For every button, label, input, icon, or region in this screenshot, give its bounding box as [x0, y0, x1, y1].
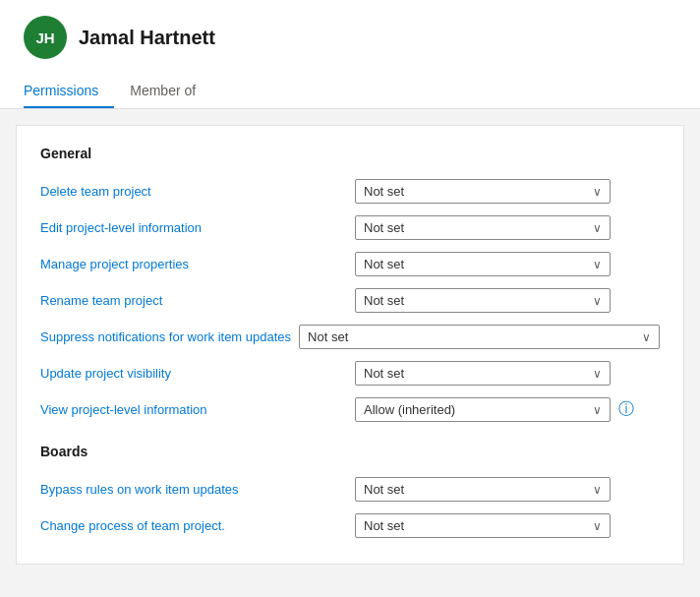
info-icon[interactable]: ⓘ	[618, 399, 634, 420]
permission-row: Update project visibility Not set ∨	[40, 355, 660, 391]
boards-section: Boards Bypass rules on work item updates…	[40, 444, 660, 544]
tab-member-of[interactable]: Member of	[114, 75, 211, 108]
permission-select-update-project-visibility[interactable]: Not set ∨	[355, 361, 611, 386]
permission-select-view-project-level[interactable]: Allow (inherited) ∨	[355, 397, 611, 422]
permission-select-rename-team-project[interactable]: Not set ∨	[355, 288, 611, 313]
permission-row-suppress: Suppress notifications for work item upd…	[40, 319, 660, 355]
select-value: Allow (inherited)	[364, 402, 455, 417]
avatar: JH	[24, 16, 67, 59]
chevron-down-icon: ∨	[593, 519, 602, 533]
permission-row: Manage project properties Not set ∨	[40, 246, 660, 282]
select-value: Not set	[364, 482, 404, 497]
chevron-down-icon: ∨	[593, 294, 602, 308]
chevron-down-icon: ∨	[642, 330, 651, 344]
select-value: Not set	[364, 257, 404, 271]
chevron-down-icon: ∨	[593, 258, 602, 271]
permission-select-suppress-notifications[interactable]: Not set ∨	[299, 325, 660, 349]
permission-label-bypass-rules: Bypass rules on work item updates	[40, 482, 355, 497]
chevron-down-icon: ∨	[593, 185, 602, 199]
tab-permissions[interactable]: Permissions	[24, 75, 114, 108]
chevron-down-icon: ∨	[593, 221, 602, 235]
user-row: JH Jamal Hartnett	[24, 16, 676, 71]
permission-row: Change process of team project. Not set …	[40, 507, 660, 544]
permission-row: Delete team project Not set ∨	[40, 173, 660, 209]
permission-row: View project-level information Allow (in…	[40, 391, 660, 428]
permission-label-change-process: Change process of team project.	[40, 518, 355, 533]
select-value: Not set	[364, 293, 404, 308]
permission-select-manage-project-properties[interactable]: Not set ∨	[355, 252, 611, 276]
boards-section-title: Boards	[40, 444, 660, 459]
tab-bar: Permissions Member of	[24, 75, 676, 108]
permission-label-update-project-visibility: Update project visibility	[40, 366, 355, 381]
permission-select-delete-team-project[interactable]: Not set ∨	[355, 179, 611, 204]
select-value: Not set	[364, 366, 404, 381]
general-section-title: General	[40, 146, 660, 161]
chevron-down-icon: ∨	[593, 403, 602, 417]
permission-row: Rename team project Not set ∨	[40, 282, 660, 319]
permission-select-edit-project-level[interactable]: Not set ∨	[355, 215, 611, 240]
page-header: JH Jamal Hartnett Permissions Member of	[0, 0, 700, 109]
permission-label-edit-project-level: Edit project-level information	[40, 220, 355, 235]
permissions-content: General Delete team project Not set ∨ Ed…	[16, 125, 684, 565]
permission-label-manage-project-properties: Manage project properties	[40, 257, 355, 271]
select-value: Not set	[364, 184, 404, 199]
user-name: Jamal Hartnett	[79, 27, 215, 49]
permission-label-rename-team-project: Rename team project	[40, 293, 355, 308]
permission-label-view-project-level: View project-level information	[40, 402, 355, 417]
permission-row: Edit project-level information Not set ∨	[40, 209, 660, 246]
chevron-down-icon: ∨	[593, 483, 602, 497]
chevron-down-icon: ∨	[593, 367, 602, 381]
permission-label-suppress-notifications: Suppress notifications for work item upd…	[40, 329, 291, 344]
select-value: Not set	[364, 220, 404, 235]
permission-select-bypass-rules[interactable]: Not set ∨	[355, 477, 611, 502]
permission-select-change-process[interactable]: Not set ∨	[355, 513, 611, 538]
permission-row: Bypass rules on work item updates Not se…	[40, 471, 660, 507]
select-value: Not set	[308, 329, 348, 344]
select-value: Not set	[364, 518, 404, 533]
permission-label-delete-team-project: Delete team project	[40, 184, 355, 199]
